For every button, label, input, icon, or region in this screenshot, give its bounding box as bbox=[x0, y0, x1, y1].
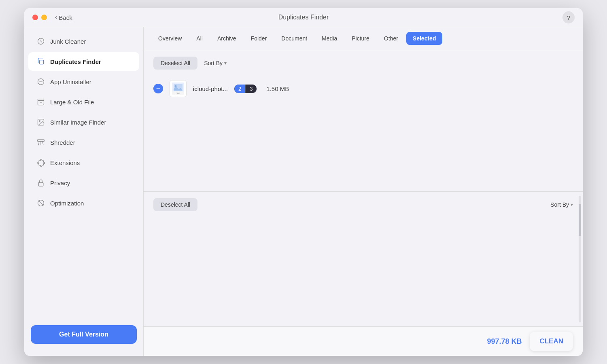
sidebar-item-label: Duplicates Finder bbox=[50, 58, 101, 65]
svg-point-7 bbox=[39, 121, 40, 122]
svg-line-11 bbox=[42, 142, 43, 145]
content-area: Overview All Archive Folder Document Med… bbox=[144, 27, 583, 356]
panel-top-toolbar: Deselect All Sort By ▾ bbox=[153, 57, 573, 70]
svg-text:JPG: JPG bbox=[176, 92, 180, 95]
sort-by-button-top[interactable]: Sort By ▾ bbox=[204, 60, 227, 66]
sidebar-item-optimization[interactable]: Optimization bbox=[28, 194, 139, 212]
file-size: 1.50 MB bbox=[266, 85, 289, 92]
panel-top: Deselect All Sort By ▾ − bbox=[144, 50, 583, 192]
tab-folder[interactable]: Folder bbox=[244, 32, 274, 45]
help-icon: ? bbox=[567, 14, 570, 21]
svg-rect-4 bbox=[38, 99, 44, 101]
badge-group: 2 3 bbox=[234, 85, 257, 93]
sidebar-item-label: Extensions bbox=[50, 159, 80, 166]
circle-minus-icon bbox=[36, 77, 45, 86]
sidebar-item-large-old-file[interactable]: Large & Old File bbox=[28, 93, 139, 111]
thumbnail-svg: JPG bbox=[172, 83, 184, 95]
main-layout: Junk Cleaner Duplicates Finder bbox=[24, 27, 583, 356]
scrollbar-track[interactable] bbox=[579, 196, 581, 322]
help-button[interactable]: ? bbox=[562, 11, 575, 23]
broom-icon bbox=[36, 37, 45, 46]
content-panels: Deselect All Sort By ▾ − bbox=[144, 50, 583, 326]
sidebar-item-junk-cleaner[interactable]: Junk Cleaner bbox=[28, 32, 139, 51]
lock-icon bbox=[36, 178, 45, 187]
traffic-lights bbox=[32, 15, 47, 20]
sort-by-label-bottom: Sort By bbox=[550, 201, 569, 208]
close-button[interactable] bbox=[32, 15, 38, 20]
tab-overview[interactable]: Overview bbox=[152, 32, 188, 45]
svg-line-14 bbox=[38, 201, 43, 205]
tab-other[interactable]: Other bbox=[378, 32, 405, 45]
svg-rect-12 bbox=[38, 182, 43, 186]
clean-button[interactable]: CLEAN bbox=[530, 332, 573, 351]
window-title: Duplicates Finder bbox=[278, 14, 329, 21]
titlebar: ‹ Back Duplicates Finder ? bbox=[24, 8, 583, 27]
sidebar-footer: Get Full Version bbox=[24, 319, 143, 352]
sidebar-item-label: Large & Old File bbox=[50, 99, 94, 106]
puzzle-icon bbox=[36, 158, 45, 167]
sidebar-item-label: Similar Image Finder bbox=[50, 119, 106, 126]
panel-bottom: Deselect All Sort By ▾ bbox=[144, 192, 583, 326]
tab-archive[interactable]: Archive bbox=[211, 32, 243, 45]
deselect-all-button-bottom[interactable]: Deselect All bbox=[153, 198, 197, 211]
deselect-all-button-top[interactable]: Deselect All bbox=[153, 57, 197, 70]
back-button[interactable]: ‹ Back bbox=[55, 14, 72, 21]
sidebar-item-label: Privacy bbox=[50, 180, 70, 186]
sidebar-item-label: Shredder bbox=[50, 139, 75, 146]
archive-icon bbox=[36, 97, 45, 106]
svg-line-9 bbox=[38, 142, 39, 145]
back-label: Back bbox=[59, 14, 72, 21]
file-thumbnail: JPG bbox=[170, 80, 187, 97]
chevron-down-icon-bottom: ▾ bbox=[571, 202, 573, 207]
sidebar-item-label: Junk Cleaner bbox=[50, 38, 86, 45]
copy-icon bbox=[36, 57, 45, 66]
sort-by-label: Sort By bbox=[204, 60, 223, 66]
file-name: icloud-phot... bbox=[193, 85, 228, 92]
sidebar-item-shredder[interactable]: Shredder bbox=[28, 133, 139, 152]
sidebar-item-label: Optimization bbox=[50, 200, 84, 207]
sidebar-item-similar-image-finder[interactable]: Similar Image Finder bbox=[28, 113, 139, 131]
minus-icon: − bbox=[156, 85, 161, 93]
badge-right: 3 bbox=[246, 85, 257, 93]
sidebar-item-label: App Uninstaller bbox=[50, 78, 91, 85]
image-icon bbox=[36, 118, 45, 127]
minimize-button[interactable] bbox=[41, 15, 47, 20]
tab-document[interactable]: Document bbox=[275, 32, 314, 45]
tab-picture[interactable]: Picture bbox=[345, 32, 376, 45]
sidebar-item-privacy[interactable]: Privacy bbox=[28, 174, 139, 192]
sidebar: Junk Cleaner Duplicates Finder bbox=[24, 27, 144, 356]
tabbar: Overview All Archive Folder Document Med… bbox=[144, 27, 583, 50]
optimization-icon bbox=[36, 199, 45, 207]
tab-media[interactable]: Media bbox=[315, 32, 344, 45]
bottom-bar: 997.78 KB CLEAN bbox=[144, 326, 583, 356]
sidebar-item-app-uninstaller[interactable]: App Uninstaller bbox=[28, 72, 139, 91]
chevron-left-icon: ‹ bbox=[55, 14, 57, 21]
sidebar-item-duplicates-finder[interactable]: Duplicates Finder bbox=[28, 52, 139, 71]
total-size-label: 997.78 KB bbox=[487, 337, 522, 346]
deselect-file-button[interactable]: − bbox=[153, 84, 163, 93]
panel-bottom-toolbar: Deselect All Sort By ▾ bbox=[153, 192, 573, 211]
sort-by-button-bottom[interactable]: Sort By ▾ bbox=[550, 201, 573, 208]
chevron-down-icon: ▾ bbox=[224, 60, 227, 66]
tab-all[interactable]: All bbox=[190, 32, 209, 45]
svg-rect-1 bbox=[40, 60, 44, 64]
badge-left: 2 bbox=[234, 85, 245, 93]
shredder-icon bbox=[36, 138, 45, 147]
tab-selected[interactable]: Selected bbox=[406, 32, 443, 45]
sidebar-item-extensions[interactable]: Extensions bbox=[28, 153, 139, 172]
scrollbar-thumb[interactable] bbox=[579, 204, 581, 236]
app-window: ‹ Back Duplicates Finder ? Junk Cleaner bbox=[24, 8, 583, 356]
get-full-version-button[interactable]: Get Full Version bbox=[31, 325, 137, 344]
file-item: − JPG bbox=[153, 76, 573, 101]
